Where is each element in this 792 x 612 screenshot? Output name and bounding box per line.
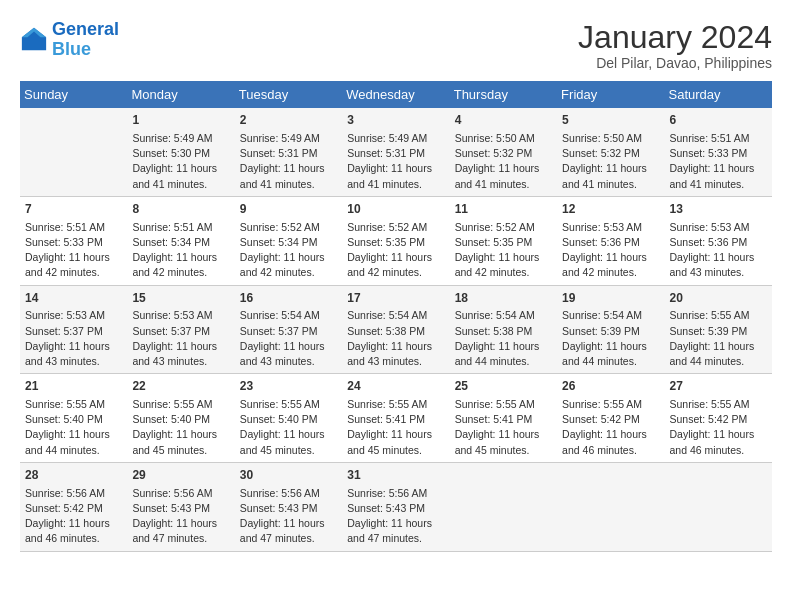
calendar-cell: 15Sunrise: 5:53 AMSunset: 5:37 PMDayligh…: [127, 285, 234, 374]
calendar-week-1: 1Sunrise: 5:49 AMSunset: 5:30 PMDaylight…: [20, 108, 772, 196]
calendar-cell: 21Sunrise: 5:55 AMSunset: 5:40 PMDayligh…: [20, 374, 127, 463]
day-number: 2: [240, 112, 337, 129]
day-info: Sunrise: 5:54 AMSunset: 5:37 PMDaylight:…: [240, 308, 337, 369]
calendar-cell: 30Sunrise: 5:56 AMSunset: 5:43 PMDayligh…: [235, 462, 342, 551]
calendar-cell: 17Sunrise: 5:54 AMSunset: 5:38 PMDayligh…: [342, 285, 449, 374]
calendar-cell: 7Sunrise: 5:51 AMSunset: 5:33 PMDaylight…: [20, 196, 127, 285]
day-number: 26: [562, 378, 659, 395]
calendar-cell: [665, 462, 772, 551]
day-number: 29: [132, 467, 229, 484]
day-info: Sunrise: 5:49 AMSunset: 5:30 PMDaylight:…: [132, 131, 229, 192]
day-info: Sunrise: 5:55 AMSunset: 5:42 PMDaylight:…: [562, 397, 659, 458]
day-number: 28: [25, 467, 122, 484]
header-day-thursday: Thursday: [450, 81, 557, 108]
calendar-cell: 14Sunrise: 5:53 AMSunset: 5:37 PMDayligh…: [20, 285, 127, 374]
day-info: Sunrise: 5:52 AMSunset: 5:35 PMDaylight:…: [347, 220, 444, 281]
day-number: 12: [562, 201, 659, 218]
day-info: Sunrise: 5:55 AMSunset: 5:41 PMDaylight:…: [455, 397, 552, 458]
day-info: Sunrise: 5:55 AMSunset: 5:41 PMDaylight:…: [347, 397, 444, 458]
calendar-cell: 13Sunrise: 5:53 AMSunset: 5:36 PMDayligh…: [665, 196, 772, 285]
day-info: Sunrise: 5:50 AMSunset: 5:32 PMDaylight:…: [455, 131, 552, 192]
day-info: Sunrise: 5:54 AMSunset: 5:39 PMDaylight:…: [562, 308, 659, 369]
day-number: 7: [25, 201, 122, 218]
day-number: 4: [455, 112, 552, 129]
day-info: Sunrise: 5:51 AMSunset: 5:33 PMDaylight:…: [25, 220, 122, 281]
day-info: Sunrise: 5:53 AMSunset: 5:36 PMDaylight:…: [670, 220, 767, 281]
calendar-week-3: 14Sunrise: 5:53 AMSunset: 5:37 PMDayligh…: [20, 285, 772, 374]
day-number: 27: [670, 378, 767, 395]
day-info: Sunrise: 5:51 AMSunset: 5:34 PMDaylight:…: [132, 220, 229, 281]
day-info: Sunrise: 5:55 AMSunset: 5:40 PMDaylight:…: [240, 397, 337, 458]
calendar-cell: 11Sunrise: 5:52 AMSunset: 5:35 PMDayligh…: [450, 196, 557, 285]
day-number: 1: [132, 112, 229, 129]
day-number: 25: [455, 378, 552, 395]
day-number: 17: [347, 290, 444, 307]
day-info: Sunrise: 5:53 AMSunset: 5:37 PMDaylight:…: [25, 308, 122, 369]
calendar-cell: 19Sunrise: 5:54 AMSunset: 5:39 PMDayligh…: [557, 285, 664, 374]
logo-text: GeneralBlue: [52, 20, 119, 60]
day-number: 3: [347, 112, 444, 129]
day-number: 18: [455, 290, 552, 307]
day-number: 11: [455, 201, 552, 218]
day-info: Sunrise: 5:49 AMSunset: 5:31 PMDaylight:…: [347, 131, 444, 192]
calendar-cell: [557, 462, 664, 551]
page-header: GeneralBlue January 2024 Del Pilar, Dava…: [20, 20, 772, 71]
calendar-cell: 16Sunrise: 5:54 AMSunset: 5:37 PMDayligh…: [235, 285, 342, 374]
calendar-cell: [20, 108, 127, 196]
calendar-week-5: 28Sunrise: 5:56 AMSunset: 5:42 PMDayligh…: [20, 462, 772, 551]
title-block: January 2024 Del Pilar, Davao, Philippin…: [578, 20, 772, 71]
calendar-table: SundayMondayTuesdayWednesdayThursdayFrid…: [20, 81, 772, 551]
day-info: Sunrise: 5:56 AMSunset: 5:43 PMDaylight:…: [347, 486, 444, 547]
calendar-cell: 3Sunrise: 5:49 AMSunset: 5:31 PMDaylight…: [342, 108, 449, 196]
calendar-cell: 12Sunrise: 5:53 AMSunset: 5:36 PMDayligh…: [557, 196, 664, 285]
day-number: 8: [132, 201, 229, 218]
month-title: January 2024: [578, 20, 772, 55]
day-info: Sunrise: 5:52 AMSunset: 5:35 PMDaylight:…: [455, 220, 552, 281]
calendar-cell: 10Sunrise: 5:52 AMSunset: 5:35 PMDayligh…: [342, 196, 449, 285]
day-number: 23: [240, 378, 337, 395]
day-number: 6: [670, 112, 767, 129]
day-number: 9: [240, 201, 337, 218]
calendar-cell: 4Sunrise: 5:50 AMSunset: 5:32 PMDaylight…: [450, 108, 557, 196]
day-info: Sunrise: 5:54 AMSunset: 5:38 PMDaylight:…: [455, 308, 552, 369]
day-number: 21: [25, 378, 122, 395]
logo: GeneralBlue: [20, 20, 119, 60]
calendar-cell: 9Sunrise: 5:52 AMSunset: 5:34 PMDaylight…: [235, 196, 342, 285]
calendar-cell: 1Sunrise: 5:49 AMSunset: 5:30 PMDaylight…: [127, 108, 234, 196]
calendar-cell: 28Sunrise: 5:56 AMSunset: 5:42 PMDayligh…: [20, 462, 127, 551]
header-day-sunday: Sunday: [20, 81, 127, 108]
calendar-cell: 31Sunrise: 5:56 AMSunset: 5:43 PMDayligh…: [342, 462, 449, 551]
calendar-cell: 27Sunrise: 5:55 AMSunset: 5:42 PMDayligh…: [665, 374, 772, 463]
day-info: Sunrise: 5:55 AMSunset: 5:42 PMDaylight:…: [670, 397, 767, 458]
calendar-cell: 29Sunrise: 5:56 AMSunset: 5:43 PMDayligh…: [127, 462, 234, 551]
day-number: 13: [670, 201, 767, 218]
day-info: Sunrise: 5:55 AMSunset: 5:39 PMDaylight:…: [670, 308, 767, 369]
day-info: Sunrise: 5:55 AMSunset: 5:40 PMDaylight:…: [25, 397, 122, 458]
day-number: 15: [132, 290, 229, 307]
day-info: Sunrise: 5:56 AMSunset: 5:43 PMDaylight:…: [132, 486, 229, 547]
day-info: Sunrise: 5:54 AMSunset: 5:38 PMDaylight:…: [347, 308, 444, 369]
calendar-cell: 18Sunrise: 5:54 AMSunset: 5:38 PMDayligh…: [450, 285, 557, 374]
calendar-cell: 23Sunrise: 5:55 AMSunset: 5:40 PMDayligh…: [235, 374, 342, 463]
calendar-cell: 2Sunrise: 5:49 AMSunset: 5:31 PMDaylight…: [235, 108, 342, 196]
calendar-cell: 5Sunrise: 5:50 AMSunset: 5:32 PMDaylight…: [557, 108, 664, 196]
day-info: Sunrise: 5:56 AMSunset: 5:42 PMDaylight:…: [25, 486, 122, 547]
header-day-wednesday: Wednesday: [342, 81, 449, 108]
day-info: Sunrise: 5:53 AMSunset: 5:36 PMDaylight:…: [562, 220, 659, 281]
calendar-week-4: 21Sunrise: 5:55 AMSunset: 5:40 PMDayligh…: [20, 374, 772, 463]
header-day-friday: Friday: [557, 81, 664, 108]
day-info: Sunrise: 5:56 AMSunset: 5:43 PMDaylight:…: [240, 486, 337, 547]
day-number: 31: [347, 467, 444, 484]
calendar-cell: 20Sunrise: 5:55 AMSunset: 5:39 PMDayligh…: [665, 285, 772, 374]
day-number: 22: [132, 378, 229, 395]
day-info: Sunrise: 5:53 AMSunset: 5:37 PMDaylight:…: [132, 308, 229, 369]
header-day-tuesday: Tuesday: [235, 81, 342, 108]
day-number: 5: [562, 112, 659, 129]
day-number: 16: [240, 290, 337, 307]
day-number: 10: [347, 201, 444, 218]
calendar-cell: 26Sunrise: 5:55 AMSunset: 5:42 PMDayligh…: [557, 374, 664, 463]
calendar-cell: 25Sunrise: 5:55 AMSunset: 5:41 PMDayligh…: [450, 374, 557, 463]
day-number: 14: [25, 290, 122, 307]
day-info: Sunrise: 5:52 AMSunset: 5:34 PMDaylight:…: [240, 220, 337, 281]
calendar-cell: [450, 462, 557, 551]
